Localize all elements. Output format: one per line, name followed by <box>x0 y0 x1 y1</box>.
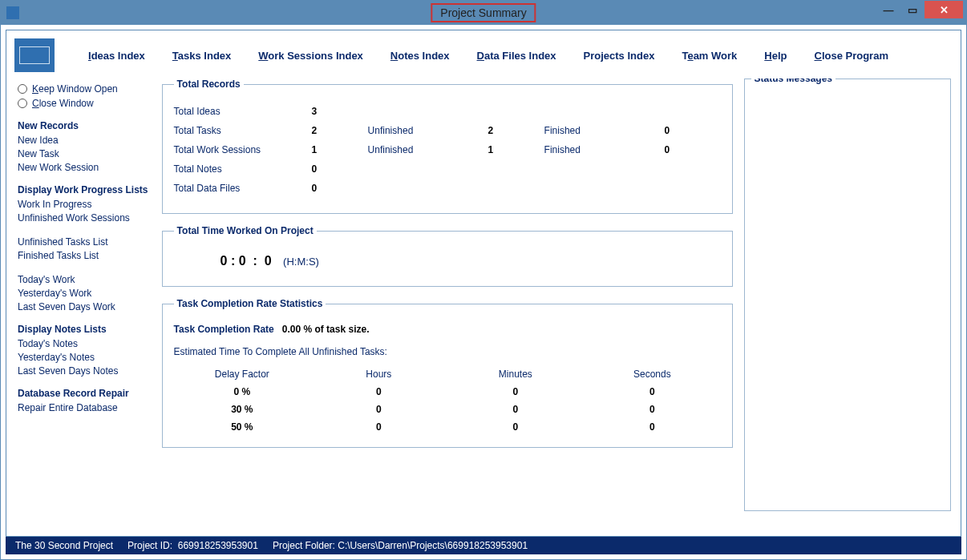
total-records-legend: Total Records <box>174 79 244 90</box>
menu-help[interactable]: Help <box>764 50 787 62</box>
maximize-button[interactable]: ▭ <box>900 1 925 18</box>
eta-row: 0 % 0 0 0 <box>174 383 721 401</box>
close-window-radio[interactable]: Close Window <box>18 98 152 109</box>
keep-window-open-radio[interactable]: Keep Window Open <box>18 83 152 95</box>
todays-notes-link[interactable]: Today's Notes <box>18 338 152 349</box>
menu-close-program[interactable]: Close Program <box>814 50 888 62</box>
total-data-files-value: 0 <box>312 183 368 194</box>
total-time-legend: Total Time Worked On Project <box>174 225 317 236</box>
col-seconds: Seconds <box>584 365 721 383</box>
work-in-progress-link[interactable]: Work In Progress <box>18 199 152 210</box>
tcr-rate-label: Task Completion Rate <box>174 324 274 335</box>
eta-table: Delay Factor Hours Minutes Seconds 0 % 0… <box>174 365 721 436</box>
left-panel: Keep Window Open Close Window New Record… <box>14 79 156 528</box>
total-ideas-value: 3 <box>312 106 368 117</box>
status-messages-legend: Status Messages <box>751 79 836 84</box>
finished-tasks-list-link[interactable]: Finished Tasks List <box>18 250 152 261</box>
status-messages-box: Status Messages <box>744 79 951 511</box>
tasks-unfinished-label: Unfinished <box>368 125 488 136</box>
footer-project-id: Project ID: 669918253953901 <box>127 540 258 551</box>
ws-finished-value: 0 <box>665 144 721 155</box>
app-window: Project Summary — ▭ ✕ Ideas Index Tasks … <box>0 0 967 560</box>
unfinished-work-sessions-link[interactable]: Unfinished Work Sessions <box>18 212 152 224</box>
app-icon <box>6 6 20 20</box>
total-ws-value: 1 <box>312 144 368 155</box>
minimize-button[interactable]: — <box>876 1 900 18</box>
total-tasks-label: Total Tasks <box>174 125 312 136</box>
tasks-finished-label: Finished <box>544 125 665 136</box>
total-time-box: Total Time Worked On Project 0 : 0 : 0 (… <box>162 225 733 287</box>
tasks-unfinished-value: 2 <box>488 125 544 136</box>
tcr-box: Task Completion Rate Statistics Task Com… <box>162 298 733 448</box>
tcr-legend: Task Completion Rate Statistics <box>174 298 326 309</box>
eta-row: 50 % 0 0 0 <box>174 418 721 436</box>
total-records-box: Total Records Total Ideas 3 Total Tasks … <box>162 79 733 214</box>
body-row: Keep Window Open Close Window New Record… <box>14 79 951 528</box>
menu-work-sessions-index[interactable]: Work Sessions Index <box>258 50 363 62</box>
tcr-eta-label: Estimated Time To Complete All Unfinishe… <box>174 346 721 357</box>
center-panel: Total Records Total Ideas 3 Total Tasks … <box>162 79 738 528</box>
radio-icon <box>18 84 27 94</box>
new-idea-link[interactable]: New Idea <box>18 135 152 146</box>
close-button[interactable]: ✕ <box>925 1 963 18</box>
display-progress-header: Display Work Progress Lists <box>18 184 152 195</box>
total-data-files-label: Total Data Files <box>174 183 312 194</box>
right-panel: Status Messages <box>744 79 951 528</box>
ws-finished-label: Finished <box>544 144 665 155</box>
menu-team-work[interactable]: Team Work <box>682 50 737 62</box>
footer-title: The 30 Second Project <box>15 540 113 551</box>
total-ws-label: Total Work Sessions <box>174 144 312 155</box>
content-area: Ideas Index Tasks Index Work Sessions In… <box>6 30 961 537</box>
menu-tasks-index[interactable]: Tasks Index <box>172 50 231 62</box>
new-records-header: New Records <box>18 120 152 131</box>
tasks-finished-value: 0 <box>665 125 721 136</box>
repair-entire-database-link[interactable]: Repair Entire Database <box>18 402 152 413</box>
col-minutes: Minutes <box>447 365 585 383</box>
total-notes-label: Total Notes <box>174 163 312 175</box>
window-controls: — ▭ ✕ <box>876 1 963 18</box>
todays-work-link[interactable]: Today's Work <box>18 274 152 285</box>
app-logo <box>14 38 55 72</box>
ws-unfinished-value: 1 <box>488 144 544 155</box>
menu-notes-index[interactable]: Notes Index <box>390 50 450 62</box>
total-tasks-value: 2 <box>312 125 368 136</box>
tcr-rate-value: 0.00 % of task size. <box>282 324 370 335</box>
radio-icon <box>18 99 27 108</box>
total-time-value: 0 : 0 : 0 (H:M:S) <box>174 244 721 275</box>
footer-project-folder: Project Folder: C:\Users\Darren\Projects… <box>273 540 528 551</box>
status-bar: The 30 Second Project Project ID: 669918… <box>6 537 961 554</box>
eta-row: 30 % 0 0 0 <box>174 401 721 418</box>
display-notes-header: Display Notes Lists <box>18 324 152 335</box>
unfinished-tasks-list-link[interactable]: Unfinished Tasks List <box>18 236 152 248</box>
new-task-link[interactable]: New Task <box>18 148 152 159</box>
last-seven-days-work-link[interactable]: Last Seven Days Work <box>18 301 152 312</box>
client-area: Ideas Index Tasks Index Work Sessions In… <box>1 25 966 559</box>
ws-unfinished-label: Unfinished <box>368 144 488 155</box>
menu-ideas-index[interactable]: Ideas Index <box>88 50 145 62</box>
title-bar: Project Summary — ▭ ✕ <box>1 1 966 25</box>
last-seven-days-notes-link[interactable]: Last Seven Days Notes <box>18 365 152 377</box>
new-work-session-link[interactable]: New Work Session <box>18 162 152 173</box>
menu-projects-index[interactable]: Projects Index <box>584 50 655 62</box>
yesterdays-notes-link[interactable]: Yesterday's Notes <box>18 352 152 363</box>
menubar: Ideas Index Tasks Index Work Sessions In… <box>14 38 951 72</box>
col-delay-factor: Delay Factor <box>174 365 311 383</box>
total-notes-value: 0 <box>312 163 368 175</box>
db-repair-header: Database Record Repair <box>18 388 152 399</box>
col-hours: Hours <box>310 365 447 383</box>
window-title: Project Summary <box>431 3 536 22</box>
total-ideas-label: Total Ideas <box>174 106 312 117</box>
menu-data-files-index[interactable]: Data Files Index <box>477 50 556 62</box>
yesterdays-work-link[interactable]: Yesterday's Work <box>18 288 152 299</box>
